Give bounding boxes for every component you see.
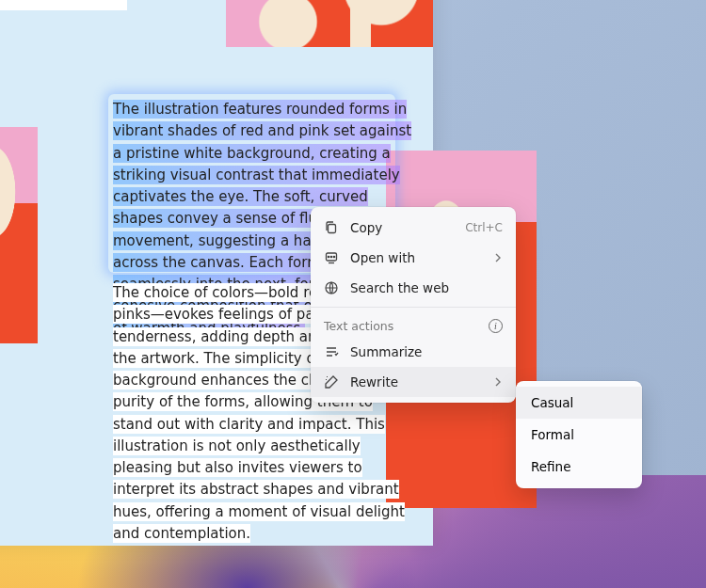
rewrite-icon <box>324 374 339 389</box>
chevron-right-icon <box>493 377 503 387</box>
page-title: n Color <box>0 0 127 10</box>
submenu-label: Casual <box>531 395 573 410</box>
menu-item-search-web[interactable]: Search the web <box>311 273 516 303</box>
svg-rect-0 <box>329 225 336 233</box>
submenu-item-refine[interactable]: Refine <box>516 451 642 483</box>
section-label: Text actions <box>324 319 393 333</box>
rewrite-submenu: Casual Formal Refine <box>516 381 642 488</box>
menu-divider <box>311 307 516 308</box>
menu-section-header: Text actions i <box>311 311 516 337</box>
menu-label: Copy <box>350 220 382 235</box>
menu-label: Rewrite <box>350 374 398 389</box>
menu-shortcut: Ctrl+C <box>465 221 503 234</box>
context-menu: Copy Ctrl+C Open with Search the web <box>311 207 516 403</box>
menu-item-summarize[interactable]: Summarize <box>311 337 516 367</box>
menu-item-open-with[interactable]: Open with <box>311 243 516 273</box>
svg-point-4 <box>333 256 334 257</box>
illustration-top <box>226 0 433 47</box>
svg-point-3 <box>330 256 331 257</box>
menu-item-rewrite[interactable]: Rewrite <box>311 367 516 397</box>
submenu-label: Formal <box>531 427 574 442</box>
chevron-right-icon <box>493 253 503 262</box>
globe-icon <box>324 280 339 295</box>
menu-label: Summarize <box>350 344 422 359</box>
submenu-item-formal[interactable]: Formal <box>516 419 642 451</box>
summarize-icon <box>324 344 339 359</box>
svg-point-2 <box>328 256 329 257</box>
copy-icon <box>324 220 339 235</box>
menu-label: Search the web <box>350 280 449 295</box>
illustration-left <box>0 127 38 343</box>
info-icon[interactable]: i <box>489 319 503 333</box>
open-with-icon <box>324 250 339 265</box>
submenu-label: Refine <box>531 459 570 474</box>
menu-label: Open with <box>350 250 415 265</box>
menu-item-copy[interactable]: Copy Ctrl+C <box>311 213 516 243</box>
submenu-item-casual[interactable]: Casual <box>516 387 642 419</box>
